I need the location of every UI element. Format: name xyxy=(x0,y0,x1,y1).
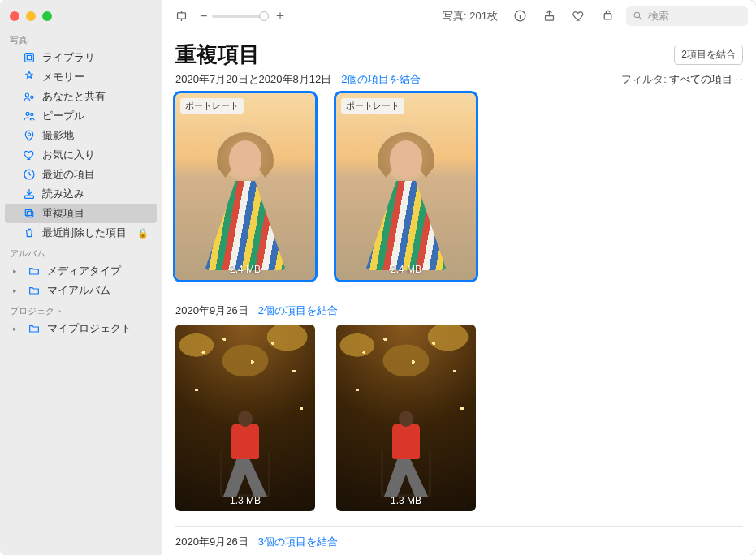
svg-rect-11 xyxy=(177,13,185,19)
zoom-plus[interactable]: ＋ xyxy=(274,7,287,24)
library-icon xyxy=(23,51,36,64)
minimize-window-button[interactable] xyxy=(26,11,36,21)
photo-thumbnail[interactable]: 1.3 MB xyxy=(336,325,476,511)
zoom-slider[interactable]: − ＋ xyxy=(200,7,287,24)
import-icon xyxy=(23,187,36,200)
favorite-icon[interactable] xyxy=(568,6,589,27)
svg-rect-9 xyxy=(27,211,32,217)
sidebar-item-import[interactable]: 読み込み xyxy=(5,184,157,204)
svg-rect-0 xyxy=(25,54,34,62)
svg-point-4 xyxy=(26,112,29,115)
lock-icon: 🔒 xyxy=(137,228,149,239)
folder-icon xyxy=(28,322,41,335)
trash-icon xyxy=(23,226,36,239)
sidebar-item-people[interactable]: ピープル xyxy=(5,106,157,126)
photo-size: 2.4 MB xyxy=(391,264,421,275)
group-date-range: 2020年9月26日 xyxy=(175,535,248,549)
thumbnail-row: ポートレート2.4 MBポートレート2.4 MB xyxy=(175,93,743,280)
sidebar-section-label: プロジェクト xyxy=(0,300,162,319)
info-icon[interactable] xyxy=(509,6,530,27)
sidebar-item-label: 重複項目 xyxy=(42,206,149,221)
search-placeholder: 検索 xyxy=(648,9,669,24)
main-area: − ＋ 写真: 201枚 検索 重複項目 2項目を結合 2020年7月20日と2… xyxy=(162,0,756,555)
sidebar-item-library[interactable]: ライブラリ xyxy=(5,48,157,67)
rotate-icon[interactable] xyxy=(597,6,618,27)
sidebar-item-label: メモリー xyxy=(42,70,149,84)
merge-group-link[interactable]: 3個の項目を結合 xyxy=(258,535,338,549)
favorite-icon xyxy=(23,148,36,161)
memories-icon xyxy=(23,71,36,84)
sidebar-item-label: 最近の項目 xyxy=(42,167,149,182)
sidebar-item-folder[interactable]: ▸マイアルバム xyxy=(5,281,157,300)
sidebar-item-label: 読み込み xyxy=(42,187,149,201)
svg-point-6 xyxy=(28,133,30,136)
window-controls xyxy=(0,6,162,29)
sidebar-section-label: 写真 xyxy=(0,29,162,48)
group-date-range: 2020年7月20日と2020年8月12日 xyxy=(175,72,331,87)
sidebar-item-label: メディアタイプ xyxy=(47,264,149,278)
filter-control[interactable]: フィルタ: すべての項目 ﹀ xyxy=(621,72,743,87)
shared-icon xyxy=(23,90,36,103)
fullscreen-window-button[interactable] xyxy=(42,11,52,21)
photo-badge: ポートレート xyxy=(341,98,404,114)
content-area: 重複項目 2項目を結合 2020年7月20日と2020年8月12日2個の項目を結… xyxy=(162,32,756,555)
sidebar-item-favorite[interactable]: お気に入り xyxy=(5,145,157,165)
svg-point-5 xyxy=(31,113,33,115)
folder-icon xyxy=(28,265,41,278)
share-icon[interactable] xyxy=(538,6,559,27)
sidebar-item-recent[interactable]: 最近の項目 xyxy=(5,165,157,184)
svg-rect-10 xyxy=(25,209,31,215)
sidebar-item-duplicate[interactable]: 重複項目 xyxy=(5,204,157,223)
sidebar-item-label: お気に入り xyxy=(42,148,149,162)
toolbar: − ＋ 写真: 201枚 検索 xyxy=(162,0,756,32)
sidebar-item-label: ピープル xyxy=(42,109,149,123)
folder-icon xyxy=(28,284,41,297)
photo-size: 2.4 MB xyxy=(230,264,261,275)
places-icon xyxy=(23,129,36,142)
filter-value: すべての項目 xyxy=(669,73,732,85)
people-icon xyxy=(23,110,36,123)
photo-size: 1.3 MB xyxy=(230,495,261,506)
merge-group-link[interactable]: 2個の項目を結合 xyxy=(341,72,421,87)
sidebar-item-label: マイアルバム xyxy=(47,283,149,298)
sidebar-item-label: 最近削除した項目 xyxy=(42,226,131,240)
svg-rect-8 xyxy=(25,196,34,198)
svg-rect-1 xyxy=(27,55,31,59)
svg-point-15 xyxy=(634,12,640,18)
photo-thumbnail[interactable]: ポートレート2.4 MB xyxy=(336,93,476,280)
photo-count: 写真: 201枚 xyxy=(443,9,498,24)
group-header: 2020年7月20日と2020年8月12日2個の項目を結合フィルタ: すべての項… xyxy=(175,72,743,87)
photo-thumbnail[interactable]: ポートレート2.4 MB xyxy=(175,93,315,280)
sidebar-item-shared[interactable]: あなたと共有 xyxy=(5,87,157,106)
sidebar-section-label: アルバム xyxy=(0,243,162,261)
chevron-down-icon: ﹀ xyxy=(736,76,743,84)
photo-thumbnail[interactable]: 1.3 MB xyxy=(175,325,315,511)
photo-badge: ポートレート xyxy=(180,98,244,114)
merge-group-link[interactable]: 2個の項目を結合 xyxy=(258,303,338,318)
sidebar-item-memories[interactable]: メモリー xyxy=(5,67,157,87)
duplicate-icon xyxy=(23,207,36,220)
group-header: 2020年9月26日3個の項目を結合 xyxy=(175,535,743,549)
svg-rect-14 xyxy=(604,14,611,19)
chevron-right-icon: ▸ xyxy=(13,325,21,333)
page-title: 重複項目 xyxy=(175,41,260,69)
chevron-right-icon: ▸ xyxy=(13,267,21,275)
thumbnail-row: 1.3 MB1.3 MB xyxy=(175,325,743,511)
zoom-minus[interactable]: − xyxy=(200,9,207,24)
sidebar-item-label: ライブラリ xyxy=(42,50,149,65)
sidebar-item-places[interactable]: 撮影地 xyxy=(5,126,157,145)
close-window-button[interactable] xyxy=(10,11,19,21)
sidebar-item-trash[interactable]: 最近削除した項目🔒 xyxy=(5,223,157,243)
search-field[interactable]: 検索 xyxy=(626,6,748,26)
sidebar-item-folder[interactable]: ▸メディアタイプ xyxy=(5,261,157,281)
sidebar-item-label: 撮影地 xyxy=(42,128,149,143)
sidebar-item-label: あなたと共有 xyxy=(42,89,149,104)
sidebar: 写真ライブラリメモリーあなたと共有ピープル撮影地お気に入り最近の項目読み込み重複… xyxy=(0,0,162,555)
aspect-icon[interactable] xyxy=(171,6,192,27)
photo-size: 1.3 MB xyxy=(391,495,421,506)
divider xyxy=(175,295,743,295)
sidebar-item-folder[interactable]: ▸マイプロジェクト xyxy=(5,319,157,338)
group-header: 2020年9月26日2個の項目を結合 xyxy=(175,303,743,318)
sidebar-item-label: マイプロジェクト xyxy=(47,321,149,336)
merge-all-button[interactable]: 2項目を結合 xyxy=(674,45,743,65)
